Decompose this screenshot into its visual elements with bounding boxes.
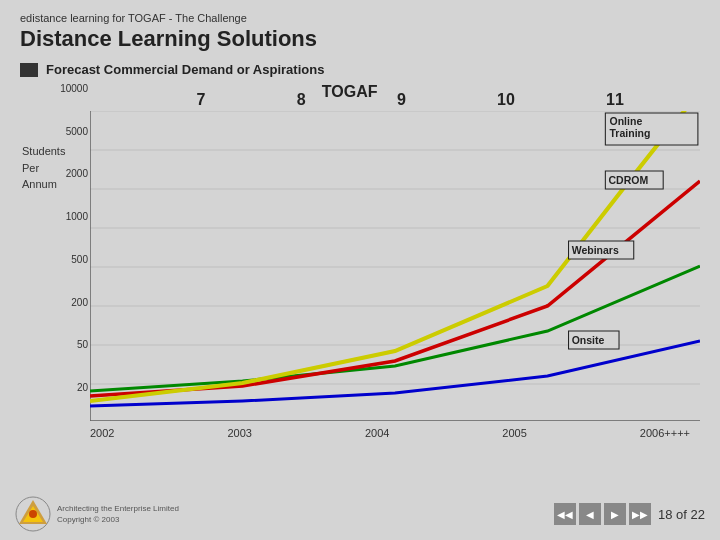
title: Distance Learning Solutions bbox=[20, 26, 700, 52]
x-label-2004: 2004 bbox=[365, 427, 389, 439]
page-info: 18 of 22 bbox=[658, 507, 705, 522]
togaf-num-10: 10 bbox=[497, 91, 515, 109]
footer: Architecting the Enterprise Limited Copy… bbox=[0, 496, 720, 532]
svg-point-23 bbox=[29, 510, 37, 518]
svg-text:Training: Training bbox=[610, 128, 651, 139]
togaf-num-7: 7 bbox=[197, 91, 206, 109]
togaf-numbers: 7 8 9 10 11 bbox=[90, 83, 700, 109]
main-chart-area: TOGAF 7 8 9 10 11 bbox=[90, 83, 700, 439]
y-label-1000: 1000 bbox=[60, 211, 88, 222]
y-label-200: 200 bbox=[60, 297, 88, 308]
togaf-label: TOGAF bbox=[322, 83, 378, 101]
nav-last-button[interactable]: ▶▶ bbox=[629, 503, 651, 525]
y-axis-container: Students Per Annum 10000 5000 2000 1000 … bbox=[20, 83, 90, 439]
y-label-5000: 5000 bbox=[60, 126, 88, 137]
x-label-2003: 2003 bbox=[227, 427, 251, 439]
legend: Forecast Commercial Demand or Aspiration… bbox=[20, 62, 700, 77]
svg-text:Online: Online bbox=[610, 116, 643, 127]
legend-label: Forecast Commercial Demand or Aspiration… bbox=[46, 62, 324, 77]
slide: edistance learning for TOGAF - The Chall… bbox=[0, 0, 720, 540]
x-label-2005: 2005 bbox=[502, 427, 526, 439]
footer-logo-area: Architecting the Enterprise Limited Copy… bbox=[15, 496, 179, 532]
y-label-10000: 10000 bbox=[60, 83, 88, 94]
nav-prev-button[interactable]: ◀ bbox=[579, 503, 601, 525]
chart-wrapper: Students Per Annum 10000 5000 2000 1000 … bbox=[20, 83, 700, 439]
nav-next-button[interactable]: ▶ bbox=[604, 503, 626, 525]
nav-first-button[interactable]: ◀◀ bbox=[554, 503, 576, 525]
x-axis-labels: 2002 2003 2004 2005 2006++++ bbox=[90, 427, 700, 439]
x-label-2006: 2006++++ bbox=[640, 427, 690, 439]
y-label-2000: 2000 bbox=[60, 168, 88, 179]
legend-color-box bbox=[20, 63, 38, 77]
company-logo-icon bbox=[15, 496, 51, 532]
togaf-num-11: 11 bbox=[606, 91, 624, 109]
togaf-num-9: 9 bbox=[397, 91, 406, 109]
y-label-50: 50 bbox=[60, 339, 88, 350]
y-axis-numbers: 10000 5000 2000 1000 500 200 50 20 bbox=[60, 83, 88, 393]
y-label-500: 500 bbox=[60, 254, 88, 265]
chart-svg: Online Training CDROM Webinars Onsite bbox=[90, 111, 700, 421]
togaf-num-8: 8 bbox=[297, 91, 306, 109]
subtitle: edistance learning for TOGAF - The Chall… bbox=[20, 12, 700, 24]
footer-company-text: Architecting the Enterprise Limited Copy… bbox=[57, 503, 179, 525]
y-label-20: 20 bbox=[60, 382, 88, 393]
students-per-annum-label: Students Per Annum bbox=[22, 143, 65, 193]
svg-text:Onsite: Onsite bbox=[572, 335, 605, 346]
svg-text:CDROM: CDROM bbox=[609, 175, 649, 186]
nav-controls: ◀◀ ◀ ▶ ▶▶ 18 of 22 bbox=[554, 503, 705, 525]
svg-text:Webinars: Webinars bbox=[572, 245, 619, 256]
togaf-row: TOGAF 7 8 9 10 11 bbox=[90, 83, 700, 111]
x-label-2002: 2002 bbox=[90, 427, 114, 439]
